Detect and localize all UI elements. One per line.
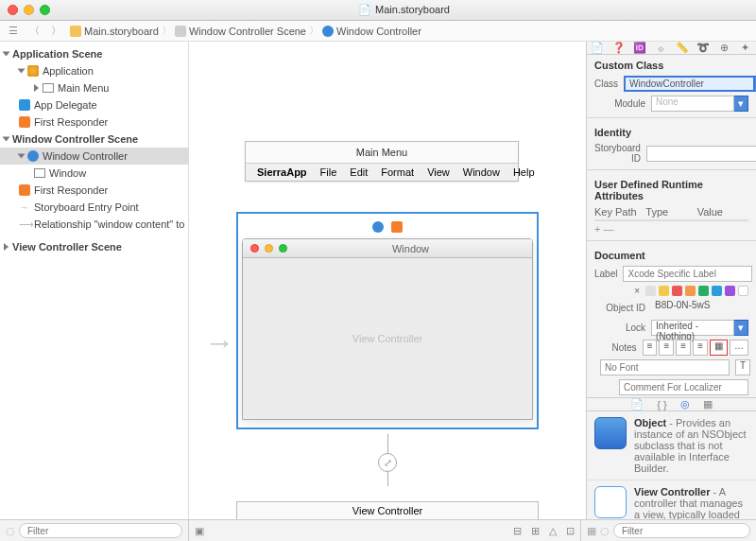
effects-inspector-tab[interactable]: ✦ (735, 42, 756, 54)
window-node[interactable]: Window (0, 165, 188, 182)
segue-icon[interactable]: ⤢ (378, 453, 397, 472)
font-picker-icon[interactable]: T (735, 359, 750, 375)
more-icon[interactable]: … (730, 340, 748, 356)
align-right-icon[interactable]: ≡ (676, 340, 691, 356)
module-label: Module (594, 98, 645, 109)
notes-label: Notes (594, 342, 637, 353)
jump-bar: ☰ 〈 〉 Main.storyboard 〉 Window Controlle… (0, 21, 756, 42)
menu-bar: SierraApp File Edit Format View Window H… (246, 163, 518, 181)
class-field[interactable] (624, 76, 755, 92)
document-header: Document (587, 245, 756, 264)
first-responder-node[interactable]: First Responder (0, 182, 188, 199)
menu-item[interactable]: Edit (350, 166, 368, 178)
menu-item[interactable]: SierraApp (257, 166, 307, 178)
responder-icon (19, 116, 30, 128)
media-library-tab[interactable]: ▦ (703, 398, 713, 410)
window-frame[interactable]: Window View Controller (242, 238, 533, 420)
scene-view[interactable]: View Controller Scene (0, 238, 188, 255)
help-inspector-tab[interactable]: ❓ (608, 42, 628, 54)
align-left-icon[interactable]: ≡ (643, 340, 658, 356)
menu-item[interactable]: Window (463, 166, 500, 178)
color-swatches[interactable] (645, 286, 748, 296)
grid-icon[interactable]: ▦ (587, 525, 596, 537)
object-icon (594, 417, 627, 449)
app-delegate-node[interactable]: App Delegate (0, 96, 188, 113)
chevron-down-icon[interactable] (3, 52, 10, 57)
relationship-node[interactable]: ⟶Relationship "window content" to "... (0, 216, 188, 233)
chevron-down-icon[interactable]: ▾ (734, 96, 748, 112)
file-inspector-tab[interactable]: 📄 (587, 42, 608, 54)
identity-inspector-tab[interactable]: 🆔 (629, 42, 650, 54)
udra-header: User Defined Runtime Attributes (587, 174, 756, 204)
window-titlebar: Main.storyboard (0, 0, 756, 21)
forward-button[interactable]: 〉 (48, 24, 64, 38)
connections-inspector-tab[interactable]: ➰ (693, 42, 713, 54)
label-field[interactable] (623, 266, 752, 282)
custom-class-header: Custom Class (587, 55, 756, 74)
close-icon[interactable] (8, 5, 18, 15)
menu-item[interactable]: Format (381, 166, 414, 178)
viewcontroller-icon (594, 486, 627, 518)
filter-icon: ◌ (6, 525, 15, 537)
zoom-icon[interactable] (40, 5, 50, 15)
attributes-inspector-tab[interactable]: ⟐ (650, 42, 671, 54)
snippet-tab[interactable]: { } (657, 399, 666, 410)
storyboard-id-field[interactable] (646, 146, 756, 162)
breadcrumb-scene[interactable]: Window Controller Scene (189, 26, 306, 37)
scene-window[interactable]: Window Controller Scene (0, 131, 188, 148)
breadcrumb[interactable]: Main.storyboard 〉 Window Controller Scen… (70, 24, 421, 38)
breadcrumb-controller[interactable]: Window Controller (336, 26, 421, 37)
identity-header: Identity (587, 122, 756, 141)
toggle-outline-button[interactable]: ▣ (195, 525, 204, 537)
app-icon (27, 65, 39, 77)
file-icon (70, 26, 81, 37)
chevron-down-icon[interactable] (18, 69, 26, 74)
chevron-down-icon[interactable]: ▾ (734, 320, 748, 336)
font-field[interactable] (600, 359, 730, 375)
library-item-viewcontroller[interactable]: View Controller - A controller that mana… (587, 480, 756, 519)
first-responder-node[interactable]: First Responder (0, 113, 188, 131)
window-scene-preview[interactable]: Window View Controller (236, 212, 539, 429)
menu-item[interactable]: View (427, 166, 450, 178)
menu-item[interactable]: File (320, 166, 337, 178)
resolve-icon[interactable]: △ (549, 525, 557, 537)
size-inspector-tab[interactable]: 📏 (672, 42, 693, 54)
controller-icon[interactable] (372, 221, 384, 233)
color-icon[interactable]: ▦ (710, 340, 728, 356)
outline-filter-input[interactable] (19, 523, 182, 538)
entry-point-node[interactable]: →Storyboard Entry Point (0, 199, 188, 216)
pin-icon[interactable]: ⊞ (531, 525, 540, 537)
align-center-icon[interactable]: ≡ (659, 340, 674, 356)
controller-icon (322, 26, 334, 37)
storyboard-canvas[interactable]: Main Menu SierraApp File Edit Format Vie… (189, 42, 586, 519)
bindings-inspector-tab[interactable]: ⊕ (713, 42, 734, 54)
chevron-right-icon[interactable] (34, 84, 39, 92)
menu-item[interactable]: Help (513, 166, 535, 178)
library-item-object[interactable]: Object - Provides an instance of an NSOb… (587, 411, 756, 480)
window-controller-node[interactable]: Window Controller (0, 148, 188, 165)
main-menu-node[interactable]: Main Menu (0, 79, 188, 96)
chevron-right-icon[interactable] (4, 243, 9, 251)
breadcrumb-file[interactable]: Main.storyboard (84, 26, 159, 37)
related-icon[interactable]: ☰ (6, 25, 21, 37)
file-template-tab[interactable]: 📄 (630, 398, 644, 410)
view-controller-preview[interactable]: View Controller (236, 501, 539, 519)
align-icon[interactable]: ⊟ (513, 525, 522, 537)
minimize-icon[interactable] (24, 5, 34, 15)
back-button[interactable]: 〈 (26, 24, 43, 38)
module-field[interactable]: None (651, 96, 734, 112)
library-filter-input[interactable] (613, 523, 750, 538)
application-node[interactable]: Application (0, 62, 188, 79)
chevron-down-icon[interactable] (18, 154, 26, 159)
embed-icon[interactable]: ⊡ (566, 525, 575, 537)
lock-field[interactable]: Inherited - (Nothing) (651, 320, 734, 336)
responder-icon[interactable] (391, 221, 403, 233)
align-justify-icon[interactable]: ≡ (693, 340, 708, 356)
entry-point-arrow[interactable]: → (204, 325, 234, 360)
chevron-down-icon[interactable] (3, 137, 10, 142)
udra-add-remove[interactable]: + — (587, 221, 756, 236)
menu-scene-preview[interactable]: Main Menu SierraApp File Edit Format Vie… (245, 141, 519, 182)
comment-field[interactable] (619, 379, 748, 395)
scene-app[interactable]: Application Scene (0, 45, 188, 62)
object-library-tab[interactable]: ◎ (680, 398, 690, 410)
